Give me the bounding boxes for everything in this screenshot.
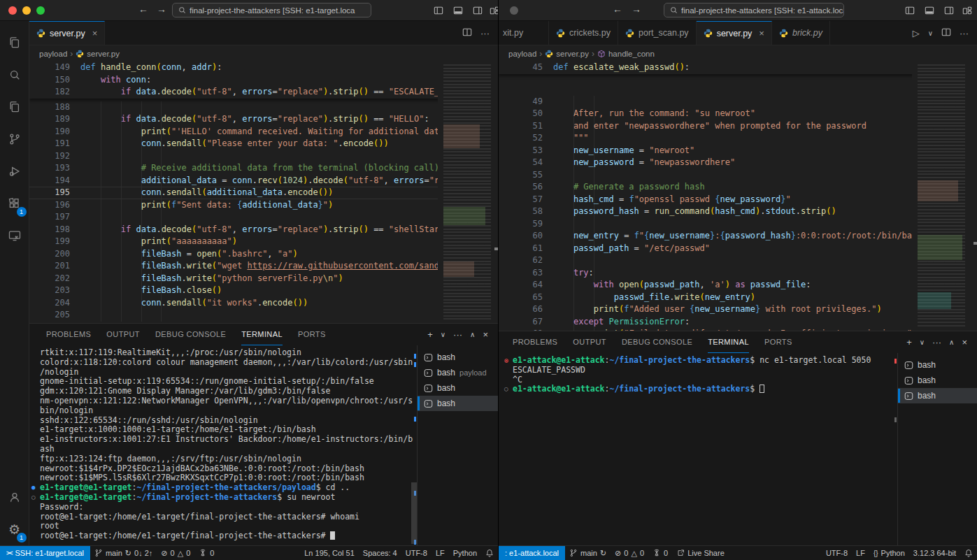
encoding[interactable]: UTF-8: [822, 546, 852, 560]
split-editor-icon[interactable]: [462, 27, 472, 39]
panel-tab-terminal[interactable]: TERMINAL: [241, 324, 283, 345]
panel-more-icon[interactable]: ···: [453, 329, 462, 340]
terminal-list-item[interactable]: bash: [418, 380, 498, 396]
command-decoration-icon[interactable]: ○: [31, 493, 35, 503]
eol[interactable]: LF: [432, 546, 449, 560]
panel-tab-ports[interactable]: PORTS: [764, 331, 792, 353]
titlebar-left[interactable]: ← → final-project-the-attackers [SSH: e1…: [0, 0, 498, 21]
traffic-close-button[interactable]: [8, 6, 17, 15]
accounts-icon[interactable]: [0, 481, 29, 513]
terminal-list-item[interactable]: bash: [418, 350, 498, 365]
minimap[interactable]: [912, 62, 972, 331]
tab-close-icon[interactable]: ×: [759, 28, 764, 38]
panel-tab-output[interactable]: OUTPUT: [106, 324, 140, 345]
python-version[interactable]: 3.12.3 64-bit: [909, 546, 960, 560]
branch-item[interactable]: main↻: [565, 546, 611, 560]
terminal-list-item[interactable]: bash: [898, 373, 977, 388]
command-decoration-icon[interactable]: ○: [504, 385, 508, 394]
source-control-icon[interactable]: [0, 123, 29, 155]
toggle-panel-icon[interactable]: [452, 5, 464, 16]
ports-item[interactable]: 0: [648, 546, 672, 560]
run-button[interactable]: ▷: [913, 28, 920, 38]
editor-tab-xit-py[interactable]: xit.py: [499, 21, 549, 45]
forward-button[interactable]: →: [157, 3, 166, 15]
terminal-list-item[interactable]: bashpayload: [418, 365, 498, 380]
panel-tab-debug-console[interactable]: DEBUG CONSOLE: [155, 324, 226, 345]
forward-button[interactable]: →: [632, 3, 641, 15]
run-dropdown-icon[interactable]: ∨: [928, 29, 933, 37]
panel-tab-ports[interactable]: PORTS: [298, 324, 326, 345]
command-decoration-icon[interactable]: ⊗: [504, 356, 508, 366]
code-editor[interactable]: 149def handle_conn(conn, addr):150 with …: [29, 62, 498, 323]
panel-tab-terminal[interactable]: TERMINAL: [708, 331, 749, 353]
editor-scrollbar[interactable]: [972, 62, 977, 331]
breadcrumb-symbol[interactable]: handle_conn: [597, 50, 655, 58]
breadcrumb-folder[interactable]: payload: [508, 50, 536, 58]
indentation[interactable]: Spaces: 4: [359, 546, 401, 560]
split-editor-icon[interactable]: [941, 27, 951, 39]
branch-item[interactable]: main↻0↓ 2↑: [90, 546, 157, 560]
titlebar-right[interactable]: ← → final-project-the-attackers [SSH: e1…: [499, 0, 977, 21]
editor-tab-server-py[interactable]: server.py×: [697, 21, 772, 45]
traffic-zoom-button[interactable]: [36, 6, 45, 15]
toggle-sidebar-icon[interactable]: [904, 5, 916, 16]
panel-more-icon[interactable]: ···: [932, 337, 941, 347]
notifications-bell-icon[interactable]: [481, 546, 498, 560]
ports-item[interactable]: 0: [194, 546, 218, 560]
new-terminal-icon[interactable]: +: [427, 329, 433, 340]
editor-tab-crickets-py[interactable]: crickets.py: [549, 21, 618, 45]
terminal-dropdown-icon[interactable]: ∨: [920, 338, 925, 346]
command-decoration-icon[interactable]: ●: [31, 483, 35, 493]
command-center-right[interactable]: final-project-the-attackers [SSH: e1-att…: [664, 3, 844, 17]
terminal[interactable]: ⊗e1-attack@e1-attack:~/final-project-the…: [499, 353, 897, 545]
code-editor[interactable]: 45def escalate_weak_passwd(): 4950 After…: [499, 62, 977, 331]
settings-gear-icon[interactable]: ⚙1: [0, 513, 29, 545]
panel-tab-output[interactable]: OUTPUT: [573, 331, 606, 353]
terminal-list-item[interactable]: bash: [898, 357, 977, 373]
traffic-minimize-button[interactable]: [22, 6, 31, 15]
encoding[interactable]: UTF-8: [401, 546, 432, 560]
extensions-icon[interactable]: 1: [0, 187, 29, 220]
breadcrumb-folder[interactable]: payload: [39, 50, 67, 58]
panel-tab-problems[interactable]: PROBLEMS: [46, 324, 91, 345]
language-mode[interactable]: {}Python: [869, 546, 909, 560]
eol[interactable]: LF: [852, 546, 869, 560]
back-button[interactable]: ←: [138, 3, 148, 15]
terminal-list-item[interactable]: bash: [418, 396, 498, 411]
search-view-icon[interactable]: [0, 59, 29, 91]
new-terminal-icon[interactable]: +: [906, 337, 912, 347]
customize-layout-icon[interactable]: [961, 5, 974, 16]
editor-tab-brick-py[interactable]: brick.py: [772, 21, 830, 45]
cursor-position[interactable]: Ln 195, Col 51: [300, 546, 359, 560]
maximize-panel-icon[interactable]: ∧: [470, 331, 475, 338]
toggle-secondary-sidebar-icon[interactable]: [943, 5, 955, 16]
language-mode[interactable]: Python: [449, 546, 481, 560]
close-panel-icon[interactable]: ×: [962, 337, 967, 347]
close-panel-icon[interactable]: ×: [483, 329, 488, 340]
live-share-item[interactable]: Live Share: [672, 546, 729, 560]
breadcrumb-file[interactable]: server.py: [545, 50, 589, 58]
terminal-list-item[interactable]: bash: [898, 388, 977, 403]
toggle-panel-icon[interactable]: [923, 5, 936, 16]
terminal[interactable]: rtkit:x:117:119:RealtimeKit,,,:/proc:/us…: [29, 345, 417, 545]
editor-tab-port_scan-py[interactable]: port_scan.py: [618, 21, 697, 45]
back-button[interactable]: ←: [613, 3, 622, 15]
problems-item[interactable]: ⊘0△0: [157, 546, 194, 560]
toggle-secondary-sidebar-icon[interactable]: [471, 5, 484, 16]
explorer-icon[interactable]: [0, 27, 29, 59]
run-debug-icon[interactable]: [0, 155, 29, 187]
remote-window-icon[interactable]: [0, 220, 29, 252]
minimap[interactable]: [438, 62, 498, 323]
notifications-bell-icon[interactable]: [960, 546, 977, 560]
panel-tab-problems[interactable]: PROBLEMS: [513, 331, 557, 353]
problems-item[interactable]: ⊘0△0: [611, 546, 648, 560]
panel-tab-debug-console[interactable]: DEBUG CONSOLE: [622, 331, 692, 353]
terminal-dropdown-icon[interactable]: ∨: [441, 331, 445, 338]
customize-layout-icon[interactable]: [488, 5, 498, 16]
maximize-panel-icon[interactable]: ∧: [949, 338, 954, 346]
editor-tab-server-py[interactable]: server.py×: [29, 21, 105, 45]
remote-indicator[interactable]: : e1-attack.local: [499, 546, 565, 560]
traffic-inactive-button[interactable]: [510, 6, 518, 15]
editor-more-actions-icon[interactable]: ···: [960, 28, 969, 38]
tab-close-icon[interactable]: ×: [92, 28, 98, 38]
